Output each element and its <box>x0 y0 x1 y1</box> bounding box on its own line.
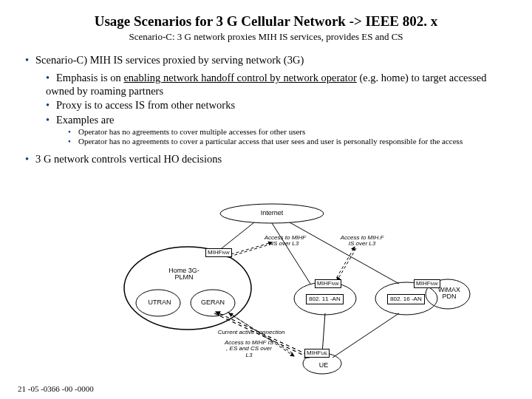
svg-line-12 <box>332 313 399 358</box>
body-content: •Scenario-C) MIH IS services proxied by … <box>21 53 511 166</box>
bullet-ex1: •Operator has no agreements to cover mul… <box>68 127 511 137</box>
label-wimax-pdn: WiMAX PDN <box>434 287 464 300</box>
bullet-emphasis: •Emphasis is on enabling network handoff… <box>46 71 511 98</box>
network-diagram: Internet MIHFNW MIHFNW MIHFNW MIHFUE Hom… <box>103 202 473 380</box>
label-80211-an: 802. 11 -AN <box>306 294 344 304</box>
footer-id: 21 -05 -0366 -00 -0000 <box>18 384 94 393</box>
bullet-proxy: •Proxy is to access IS from other networ… <box>46 98 511 112</box>
svg-point-1 <box>124 247 251 330</box>
svg-line-10 <box>290 222 399 284</box>
bullet-scenario: •Scenario-C) MIH IS services proxied by … <box>25 53 511 66</box>
note-access-es-cs: Access to MIHF IS , ES and CS over L3 <box>223 340 275 358</box>
page-subtitle: Scenario-C: 3 G network proxies MIH IS s… <box>21 31 511 43</box>
bullet-ex2: •Operator has no agreements to cover a p… <box>68 137 511 146</box>
label-geran: GERAN <box>198 299 228 306</box>
label-mihf-ue: MIHFUE <box>304 349 330 358</box>
bullet-examples: •Examples are <box>46 113 511 126</box>
note-access-l3-a: Access to MIHF IS over L3 <box>263 235 307 248</box>
page-title: Usage Scenarios for 3 G Cellular Network… <box>21 13 511 30</box>
label-home-plmn: Home 3G-PLMN <box>166 267 202 281</box>
label-mihf-nw-80211: MIHFNW <box>315 279 341 288</box>
label-ue: UE <box>316 362 331 369</box>
bullet-controls: •3 G network controls vertical HO decisi… <box>25 152 511 166</box>
label-internet: Internet <box>256 210 288 216</box>
note-access-l3-b: Access to MIH.F IS over L3 <box>340 235 384 248</box>
label-utran: UTRAN <box>145 299 174 306</box>
label-mihf-nw-home: MIHFNW <box>205 248 232 257</box>
svg-line-9 <box>272 223 310 284</box>
note-current-connection: Current active connection <box>207 330 296 335</box>
svg-line-11 <box>322 313 325 354</box>
label-80216-an: 802. 16 -AN <box>387 294 425 304</box>
